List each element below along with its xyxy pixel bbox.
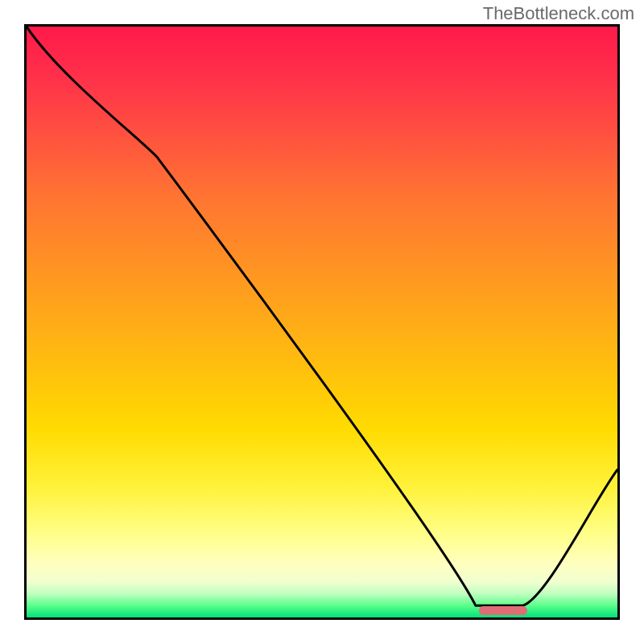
chart-curve — [27, 27, 617, 617]
chart-plot-area — [24, 24, 620, 620]
watermark-text: TheBottleneck.com — [483, 3, 634, 24]
optimal-range-marker — [479, 606, 526, 615]
